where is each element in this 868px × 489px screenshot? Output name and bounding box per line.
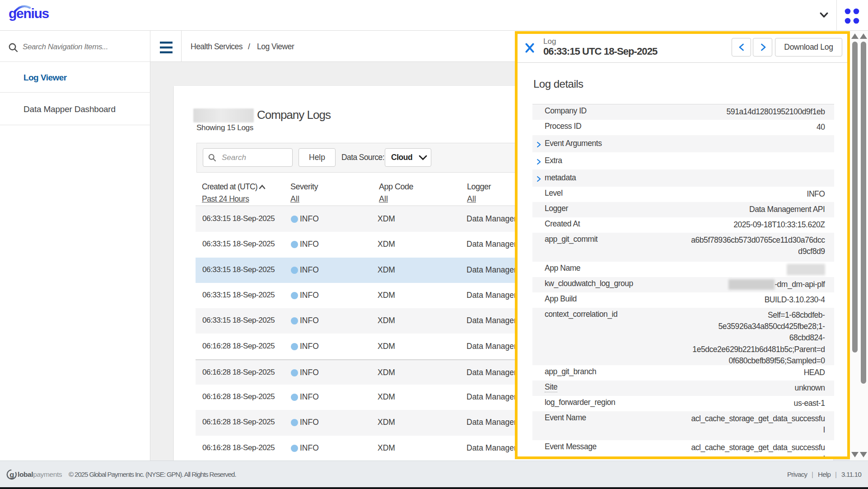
svg-text:g: g [9, 470, 14, 479]
